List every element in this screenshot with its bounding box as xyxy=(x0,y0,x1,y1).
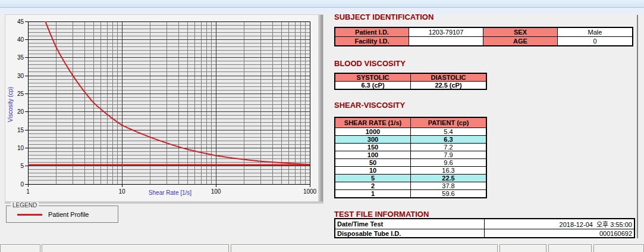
patient-value-cell: 7.2 xyxy=(411,144,487,151)
shear-viscosity-table: SHEAR RATE (1/s) PATIENT (cp) 10005.4300… xyxy=(334,117,487,198)
svg-text:15: 15 xyxy=(17,127,24,133)
svg-text:45: 45 xyxy=(17,18,24,25)
diastolic-header: DIASTOLIC xyxy=(411,73,487,82)
svg-text:40: 40 xyxy=(17,36,24,43)
shear-rate-cell: 1 xyxy=(335,190,411,198)
shear-table-row: 237.8 xyxy=(335,182,486,190)
date-time-test-value: 2018-12-04 오후 3:55:00 xyxy=(485,219,635,229)
status-bar-segment[interactable] xyxy=(593,244,644,252)
table-row: SYSTOLIC DIASTOLIC xyxy=(335,73,486,82)
shear-rate-cell: 10 xyxy=(335,167,411,175)
shear-rate-cell: 1000 xyxy=(335,128,411,136)
table-row: Date/Time Test 2018-12-04 오후 3:55:00 xyxy=(335,219,634,229)
svg-text:1: 1 xyxy=(26,188,30,195)
patient-id-label: Patient I.D. xyxy=(335,27,409,37)
window-top-strip xyxy=(0,0,644,8)
age-label: AGE xyxy=(483,37,558,46)
svg-text:5: 5 xyxy=(20,163,24,169)
table-row: SHEAR RATE (1/s) PATIENT (cp) xyxy=(335,117,486,128)
svg-text:20: 20 xyxy=(17,108,24,115)
patient-value-cell: 16.3 xyxy=(411,167,487,175)
legend-title: LEGEND xyxy=(11,202,39,209)
viscosity-chart-panel: 0510152025303540451101001000 xyxy=(5,14,323,204)
sex-label: SEX xyxy=(483,27,558,37)
patient-cp-header: PATIENT (cp) xyxy=(411,117,487,128)
legend-entry: Patient Profile xyxy=(17,211,89,218)
shear-rate-header: SHEAR RATE (1/s) xyxy=(335,117,411,128)
patient-value-cell: 59.6 xyxy=(411,190,487,198)
patient-value-cell: 5.4 xyxy=(411,128,487,136)
x-axis-label: Shear Rate [1/s] xyxy=(57,189,283,196)
status-bar-segment[interactable] xyxy=(500,244,546,252)
shear-rate-cell: 2 xyxy=(335,182,411,190)
svg-text:25: 25 xyxy=(17,91,24,97)
patient-value-cell: 6.3 xyxy=(411,136,487,144)
y-axis-label: Viscosity (cp) xyxy=(7,60,15,149)
panel-shadow-bottom xyxy=(5,201,323,203)
status-bar-segment[interactable] xyxy=(231,244,498,252)
svg-text:0: 0 xyxy=(20,181,24,188)
test-file-information-heading: TEST FILE INFORMATION xyxy=(334,210,429,219)
disposable-tube-id-value: 000160692 xyxy=(485,229,635,238)
shear-rate-cell: 300 xyxy=(335,136,411,144)
blood-viscosity-table: SYSTOLIC DIASTOLIC 6.3 (cP) 22.5 (cP) xyxy=(334,73,487,90)
table-row: Facility I.D. AGE 0 xyxy=(335,37,633,46)
status-bar-segment[interactable] xyxy=(42,244,229,252)
svg-text:35: 35 xyxy=(17,54,24,61)
vertical-divider xyxy=(637,15,638,238)
viscosity-chart-svg[interactable]: 0510152025303540451101001000 xyxy=(5,15,323,203)
shear-viscosity-heading: SHEAR-VISCOSITY xyxy=(334,101,405,110)
table-row: Patient I.D. 1203-79107 SEX Male xyxy=(335,27,633,37)
legend-series-label: Patient Profile xyxy=(48,211,89,218)
shear-table-row: 159.6 xyxy=(335,190,486,198)
svg-text:1000: 1000 xyxy=(303,188,317,195)
shear-table-row: 1016.3 xyxy=(335,167,486,175)
shear-rate-cell: 100 xyxy=(335,151,411,159)
age-value: 0 xyxy=(558,37,633,46)
table-row: 6.3 (cP) 22.5 (cP) xyxy=(335,82,486,90)
shear-rate-cell: 150 xyxy=(335,144,411,151)
shear-table-row: 10005.4 xyxy=(335,128,486,136)
test-file-information-table: Date/Time Test 2018-12-04 오후 3:55:00 Dis… xyxy=(334,218,635,238)
systolic-header: SYSTOLIC xyxy=(335,73,411,82)
blood-viscosity-heading: BLOOD VISCOSITY xyxy=(334,59,406,68)
subject-identification-heading: SUBJECT IDENTIFICATION xyxy=(334,13,433,21)
panel-shadow-right xyxy=(318,15,323,203)
facility-id-label: Facility I.D. xyxy=(335,37,409,46)
facility-id-value xyxy=(409,37,483,46)
patient-profile-line-swatch xyxy=(17,214,42,216)
shear-table-row: 1007.9 xyxy=(335,151,486,159)
svg-text:30: 30 xyxy=(17,73,24,79)
table-row: Disposable Tube I.D. 000160692 xyxy=(335,229,634,238)
disposable-tube-id-label: Disposable Tube I.D. xyxy=(335,229,485,238)
status-bar-segment[interactable] xyxy=(0,244,40,252)
shear-rate-cell: 50 xyxy=(335,159,411,167)
systolic-value: 6.3 (cP) xyxy=(335,82,411,90)
date-time-test-label: Date/Time Test xyxy=(335,219,485,229)
shear-table-row: 509.6 xyxy=(335,159,486,167)
svg-text:10: 10 xyxy=(17,145,24,151)
patient-value-cell: 22.5 xyxy=(411,175,487,182)
shear-rate-cell: 5 xyxy=(335,175,411,182)
patient-value-cell: 7.9 xyxy=(411,151,487,159)
patient-value-cell: 37.8 xyxy=(411,182,487,190)
legend-box: LEGEND Patient Profile xyxy=(6,206,118,223)
subject-identification-table: Patient I.D. 1203-79107 SEX Male Facilit… xyxy=(334,27,633,46)
status-bar-segment[interactable] xyxy=(548,244,592,252)
sex-value: Male xyxy=(558,27,633,37)
shear-table-row: 3006.3 xyxy=(335,136,486,144)
shear-table-body: 10005.43006.31507.21007.9509.61016.3522.… xyxy=(335,128,486,198)
patient-id-value: 1203-79107 xyxy=(409,27,483,37)
shear-table-row: 522.5 xyxy=(335,175,486,182)
patient-value-cell: 9.6 xyxy=(411,159,487,167)
viscosity-report-screen: 0510152025303540451101001000 Shear Rate … xyxy=(0,0,644,252)
diastolic-value: 22.5 (cP) xyxy=(411,82,487,90)
shear-table-row: 1507.2 xyxy=(335,144,486,151)
